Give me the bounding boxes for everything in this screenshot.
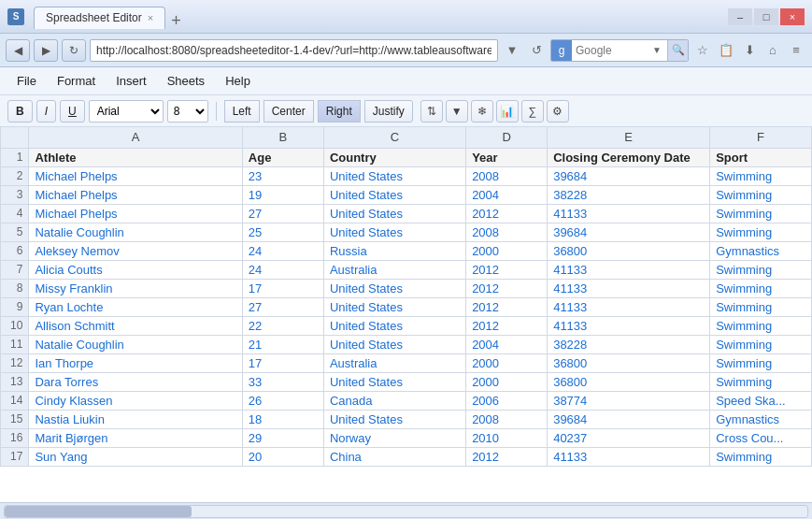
cell-b-8[interactable]: 27 — [242, 297, 323, 316]
cell-d-1[interactable]: 2008 — [466, 166, 548, 185]
cell-a-5[interactable]: Aleksey Nemov — [29, 241, 242, 260]
cell-e-10[interactable]: 38228 — [548, 335, 710, 353]
cell-e-15[interactable]: 40237 — [548, 428, 710, 447]
row-number-cell[interactable]: 4 — [1, 204, 29, 223]
cell-d-10[interactable]: 2004 — [466, 335, 548, 353]
table-row[interactable]: 6Aleksey Nemov24Russia200036800Gymnastic… — [1, 241, 812, 260]
close-button[interactable]: × — [780, 8, 805, 25]
table-row[interactable]: 13Dara Torres33United States200036800Swi… — [1, 372, 812, 391]
cell-b-10[interactable]: 21 — [242, 335, 323, 353]
cell-d-7[interactable]: 2012 — [466, 279, 548, 297]
cell-d-16[interactable]: 2012 — [466, 447, 548, 466]
table-row[interactable]: 2Michael Phelps23United States200839684S… — [1, 166, 812, 185]
active-tab[interactable]: Spreadsheet Editor × — [34, 7, 165, 29]
table-row[interactable]: 15Nastia Liukin18United States200839684G… — [1, 410, 812, 428]
cell-a-12[interactable]: Dara Torres — [29, 372, 242, 391]
refresh-button[interactable]: ↻ — [62, 39, 86, 62]
cell-f-12[interactable]: Swimming — [710, 372, 812, 391]
cell-e-9[interactable]: 41133 — [548, 316, 710, 335]
table-row[interactable]: 11Natalie Coughlin21United States2004382… — [1, 335, 812, 353]
cell-c-0[interactable]: Country — [323, 148, 465, 166]
cell-c-9[interactable]: United States — [323, 316, 465, 335]
cell-e-8[interactable]: 41133 — [548, 297, 710, 316]
menu-format[interactable]: Format — [48, 71, 105, 91]
row-number-cell[interactable]: 12 — [1, 353, 29, 372]
cell-a-6[interactable]: Alicia Coutts — [29, 260, 242, 279]
table-row[interactable]: 3Michael Phelps19United States200438228S… — [1, 185, 812, 204]
cell-b-7[interactable]: 17 — [242, 279, 323, 297]
align-justify-button[interactable]: Justify — [364, 100, 413, 123]
font-size-select[interactable]: 8 9 10 11 12 — [167, 100, 208, 123]
cell-b-0[interactable]: Age — [242, 148, 323, 166]
cell-e-0[interactable]: Closing Ceremony Date — [548, 148, 710, 166]
cell-d-2[interactable]: 2004 — [466, 185, 548, 204]
cell-a-10[interactable]: Natalie Coughlin — [29, 335, 242, 353]
align-right-button[interactable]: Right — [318, 100, 361, 123]
menu-sheets[interactable]: Sheets — [158, 71, 214, 91]
cell-f-5[interactable]: Gymnastics — [710, 241, 812, 260]
cell-c-8[interactable]: United States — [323, 297, 465, 316]
cell-a-8[interactable]: Ryan Lochte — [29, 297, 242, 316]
underline-button[interactable]: U — [60, 100, 85, 123]
table-row[interactable]: 4Michael Phelps27United States201241133S… — [1, 204, 812, 223]
cell-e-4[interactable]: 39684 — [548, 223, 710, 241]
cell-c-14[interactable]: United States — [323, 410, 465, 428]
row-number-cell[interactable]: 10 — [1, 316, 29, 335]
bookmark-icon[interactable]: 📋 — [716, 40, 736, 61]
cell-a-2[interactable]: Michael Phelps — [29, 185, 242, 204]
cell-a-11[interactable]: Ian Thorpe — [29, 353, 242, 372]
menu-insert[interactable]: Insert — [107, 71, 156, 91]
search-dropdown-icon[interactable]: ▼ — [647, 40, 667, 61]
table-row[interactable]: 5Natalie Coughlin25United States20083968… — [1, 223, 812, 241]
row-number-cell[interactable]: 8 — [1, 279, 29, 297]
cell-c-7[interactable]: United States — [323, 279, 465, 297]
refresh-icon[interactable]: ↺ — [526, 40, 547, 61]
settings-icon[interactable]: ⚙ — [547, 100, 569, 123]
cell-f-9[interactable]: Swimming — [710, 316, 812, 335]
cell-b-12[interactable]: 33 — [242, 372, 323, 391]
cell-e-13[interactable]: 38774 — [548, 391, 710, 410]
cell-d-15[interactable]: 2010 — [466, 428, 548, 447]
cell-b-4[interactable]: 25 — [242, 223, 323, 241]
table-row[interactable]: 16Marit Bjørgen29Norway201040237Cross Co… — [1, 428, 812, 447]
table-row[interactable]: 10Allison Schmitt22United States20124113… — [1, 316, 812, 335]
cell-b-1[interactable]: 23 — [242, 166, 323, 185]
cell-d-13[interactable]: 2006 — [466, 391, 548, 410]
menu-icon[interactable]: ≡ — [786, 40, 806, 61]
cell-d-9[interactable]: 2012 — [466, 316, 548, 335]
cell-b-11[interactable]: 17 — [242, 353, 323, 372]
cell-b-6[interactable]: 24 — [242, 260, 323, 279]
cell-c-3[interactable]: United States — [323, 204, 465, 223]
chart-icon[interactable]: 📊 — [496, 100, 519, 123]
row-number-cell[interactable]: 17 — [1, 447, 29, 466]
cell-b-15[interactable]: 29 — [242, 428, 323, 447]
cell-f-3[interactable]: Swimming — [710, 204, 812, 223]
cell-b-16[interactable]: 20 — [242, 447, 323, 466]
row-number-cell[interactable]: 13 — [1, 372, 29, 391]
cell-a-1[interactable]: Michael Phelps — [29, 166, 242, 185]
search-button[interactable]: 🔍 — [667, 39, 688, 62]
bold-button[interactable]: B — [7, 100, 33, 123]
cell-e-12[interactable]: 36800 — [548, 372, 710, 391]
cell-b-13[interactable]: 26 — [242, 391, 323, 410]
cell-c-10[interactable]: United States — [323, 335, 465, 353]
cell-a-13[interactable]: Cindy Klassen — [29, 391, 242, 410]
menu-file[interactable]: File — [7, 71, 46, 91]
cell-f-0[interactable]: Sport — [710, 148, 812, 166]
cell-d-14[interactable]: 2008 — [466, 410, 548, 428]
cell-c-1[interactable]: United States — [323, 166, 465, 185]
cell-d-11[interactable]: 2000 — [466, 353, 548, 372]
filter-icon[interactable]: ▼ — [446, 100, 468, 123]
align-left-button[interactable]: Left — [224, 100, 260, 123]
cell-c-2[interactable]: United States — [323, 185, 465, 204]
cell-e-11[interactable]: 36800 — [548, 353, 710, 372]
cell-e-2[interactable]: 38228 — [548, 185, 710, 204]
horizontal-scrollbar-area[interactable] — [0, 502, 812, 519]
cell-f-6[interactable]: Swimming — [710, 260, 812, 279]
sort-icon[interactable]: ⇅ — [420, 100, 443, 123]
cell-e-14[interactable]: 39684 — [548, 410, 710, 428]
row-number-cell[interactable]: 7 — [1, 260, 29, 279]
horizontal-scrollbar[interactable] — [4, 505, 808, 518]
cell-f-1[interactable]: Swimming — [710, 166, 812, 185]
cell-a-7[interactable]: Missy Franklin — [29, 279, 242, 297]
